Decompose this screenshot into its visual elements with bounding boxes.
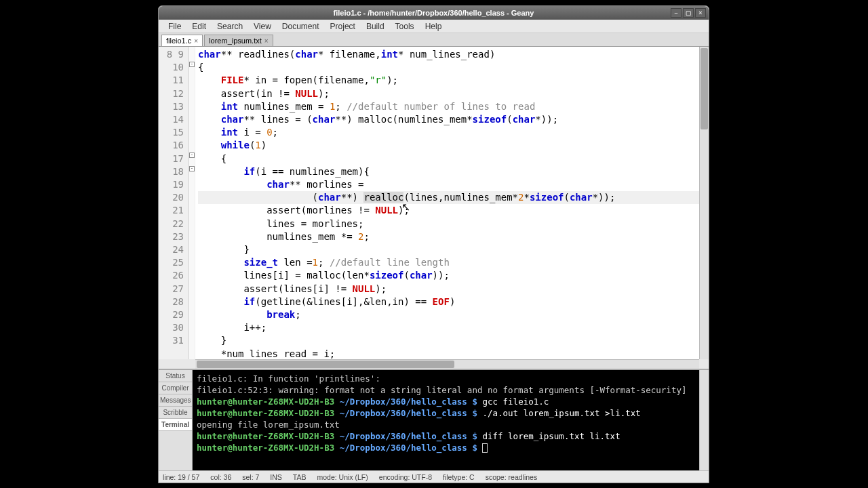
fold-column[interactable]: - - - bbox=[189, 47, 195, 359]
menubar: FileEditSearchViewDocumentProjectBuildTo… bbox=[159, 20, 709, 33]
menu-view[interactable]: View bbox=[248, 20, 277, 33]
code-editor[interactable]: 8 9 10 11 12 13 14 15 16 17 18 19 20 21 … bbox=[159, 47, 709, 359]
scroll-thumb[interactable] bbox=[701, 48, 708, 129]
status-bar: line: 19 / 57 col: 36 sel: 7 INS TAB mod… bbox=[159, 470, 709, 483]
terminal-line: hunter@hunter-Z68MX-UD2H-B3 ~/Dropbox/36… bbox=[197, 442, 695, 453]
menu-search[interactable]: Search bbox=[212, 20, 248, 33]
tab-label: lorem_ipsum.txt bbox=[209, 37, 262, 45]
terminal-scrollbar[interactable] bbox=[699, 370, 709, 470]
terminal-line: hunter@hunter-Z68MX-UD2H-B3 ~/Dropbox/36… bbox=[197, 407, 695, 419]
file-tab[interactable]: fileio1.c× bbox=[161, 35, 203, 46]
vertical-scrollbar[interactable] bbox=[699, 47, 709, 359]
status-selection: sel: 7 bbox=[242, 473, 259, 481]
status-column: col: 36 bbox=[210, 473, 231, 481]
status-tab: TAB bbox=[293, 473, 307, 481]
menu-build[interactable]: Build bbox=[361, 20, 390, 33]
status-encoding: encoding: UTF-8 bbox=[379, 473, 432, 481]
close-button[interactable]: × bbox=[695, 8, 706, 18]
message-tabs: StatusCompilerMessagesScribbleTerminal bbox=[159, 370, 193, 470]
terminal-line: fileio1.c:52:3: warning: format not a st… bbox=[197, 384, 695, 396]
menu-project[interactable]: Project bbox=[325, 20, 361, 33]
status-filetype: filetype: C bbox=[443, 473, 475, 481]
panel-tab-terminal[interactable]: Terminal bbox=[159, 419, 192, 431]
line-gutter: 8 9 10 11 12 13 14 15 16 17 18 19 20 21 … bbox=[159, 47, 189, 359]
maximize-button[interactable]: ▢ bbox=[683, 8, 694, 18]
terminal-line: hunter@hunter-Z68MX-UD2H-B3 ~/Dropbox/36… bbox=[197, 396, 695, 407]
horizontal-scrollbar[interactable] bbox=[195, 359, 699, 369]
panel-tab-scribble[interactable]: Scribble bbox=[159, 407, 192, 419]
fold-marker-icon[interactable]: - bbox=[189, 166, 195, 171]
code-area[interactable]: char** readlines(char* filename,int* num… bbox=[195, 47, 699, 359]
menu-help[interactable]: Help bbox=[420, 20, 448, 33]
tab-bar: fileio1.c×lorem_ipsum.txt× bbox=[159, 33, 709, 47]
titlebar[interactable]: fileio1.c - /home/hunter/Dropbox/360/hel… bbox=[159, 6, 709, 20]
bottom-panel: StatusCompilerMessagesScribbleTerminal f… bbox=[159, 369, 709, 470]
tab-label: fileio1.c bbox=[166, 37, 191, 45]
menu-file[interactable]: File bbox=[163, 20, 186, 33]
window-title: fileio1.c - /home/hunter/Dropbox/360/hel… bbox=[334, 9, 534, 17]
menu-document[interactable]: Document bbox=[277, 20, 325, 33]
file-tab[interactable]: lorem_ipsum.txt× bbox=[204, 35, 273, 46]
menu-edit[interactable]: Edit bbox=[186, 20, 212, 33]
status-insert: INS bbox=[270, 473, 282, 481]
terminal-line: fileio1.c: In function 'printlines': bbox=[197, 373, 695, 384]
terminal-line: opening file lorem_ipsum.txt bbox=[197, 419, 695, 430]
tab-close-icon[interactable]: × bbox=[194, 37, 198, 45]
tab-close-icon[interactable]: × bbox=[264, 37, 269, 45]
scroll-thumb[interactable] bbox=[197, 361, 454, 368]
status-scope: scope: readlines bbox=[486, 473, 537, 481]
status-position: line: 19 / 57 bbox=[163, 473, 199, 481]
menu-tools[interactable]: Tools bbox=[390, 20, 420, 33]
panel-tab-status[interactable]: Status bbox=[159, 370, 192, 382]
fold-marker-icon[interactable]: - bbox=[189, 62, 195, 67]
minimize-button[interactable]: – bbox=[671, 8, 682, 18]
terminal-line: hunter@hunter-Z68MX-UD2H-B3 ~/Dropbox/36… bbox=[197, 430, 695, 442]
terminal[interactable]: fileio1.c: In function 'printlines':file… bbox=[193, 370, 699, 470]
fold-marker-icon[interactable]: - bbox=[189, 152, 195, 158]
status-mode: mode: Unix (LF) bbox=[317, 473, 368, 481]
panel-tab-compiler[interactable]: Compiler bbox=[159, 382, 192, 394]
panel-tab-messages[interactable]: Messages bbox=[159, 394, 192, 407]
app-window: fileio1.c - /home/hunter/Dropbox/360/hel… bbox=[158, 5, 709, 483]
